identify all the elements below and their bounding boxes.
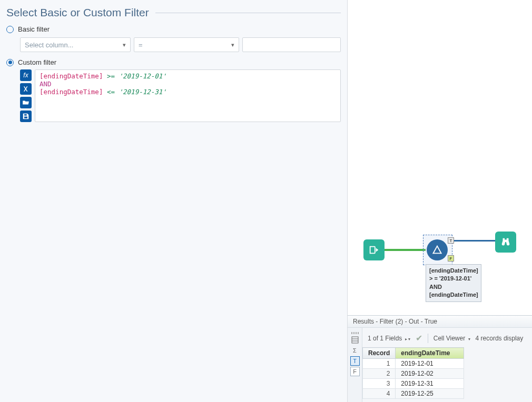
input-tool-node[interactable] xyxy=(363,239,385,260)
basic-filter-radio-row[interactable]: Basic filter xyxy=(6,25,341,33)
value-input[interactable] xyxy=(242,37,341,52)
expression-editor[interactable]: [endingDateTime] >= '2019-12-01' AND [en… xyxy=(35,69,341,122)
cell-viewer-dropdown[interactable]: Cell Viewer ▾ xyxy=(434,335,470,342)
fields-count[interactable]: 1 of 1 Fields ▸▾ xyxy=(368,335,410,342)
input-icon xyxy=(368,244,380,256)
panel-title: Select Basic or Custom Filter xyxy=(6,6,341,19)
config-panel: Select Basic or Custom Filter Basic filt… xyxy=(0,0,348,402)
column-header-record[interactable]: Record xyxy=(363,348,396,359)
basic-filter-label: Basic filter xyxy=(18,25,50,33)
save-button[interactable] xyxy=(20,110,32,122)
true-output-button[interactable]: T xyxy=(350,356,360,366)
false-output-button[interactable]: F xyxy=(350,367,360,376)
chevron-down-icon: ▾ xyxy=(123,42,126,48)
results-table: Record endingDateTime 12019-12-0122019-1… xyxy=(362,347,464,399)
false-anchor[interactable]: F xyxy=(448,255,454,262)
true-anchor[interactable]: T xyxy=(448,237,454,244)
results-side-tools: Σ T F xyxy=(348,328,362,402)
sigma-icon[interactable]: Σ xyxy=(350,346,360,355)
row-number: 3 xyxy=(363,379,396,389)
fx-button[interactable]: fx xyxy=(20,69,32,81)
row-number: 1 xyxy=(363,359,396,369)
cell-ending: 2019-12-25 xyxy=(396,389,464,399)
x-variable-icon xyxy=(22,85,29,93)
records-info: 4 records display xyxy=(476,335,524,342)
cell-ending: 2019-12-31 xyxy=(396,379,464,389)
column-dropdown[interactable]: Select column... ▾ xyxy=(20,37,131,52)
basic-filter-radio[interactable] xyxy=(6,26,14,33)
custom-filter-label: Custom filter xyxy=(18,58,56,66)
table-view-icon[interactable] xyxy=(350,335,360,345)
svg-rect-0 xyxy=(352,337,358,343)
filter-tool-node[interactable] xyxy=(427,239,448,260)
drag-handle-icon[interactable] xyxy=(351,332,359,334)
column-header-ending[interactable]: endingDateTime xyxy=(396,348,464,359)
folder-open-button[interactable] xyxy=(20,97,32,108)
row-number: 4 xyxy=(363,389,396,399)
custom-filter-radio-row[interactable]: Custom filter xyxy=(6,58,341,66)
row-number: 2 xyxy=(363,369,396,379)
cell-ending: 2019-12-02 xyxy=(396,369,464,379)
chevron-down-icon: ▾ xyxy=(231,42,234,48)
right-panel: T F [endingDateTime] > = '2019-12-01' AN… xyxy=(348,0,532,402)
connection-filter-browse xyxy=(454,240,495,242)
operator-dropdown[interactable]: = ▾ xyxy=(134,37,239,52)
table-row[interactable]: 22019-12-02 xyxy=(363,369,464,379)
binoculars-icon xyxy=(500,236,511,248)
filter-tooltip: [endingDateTime] > = '2019-12-01' AND [e… xyxy=(426,264,481,302)
results-toolbar: 1 of 1 Fields ▸▾ ✔ Cell Viewer ▾ 4 recor… xyxy=(362,331,532,345)
filter-icon xyxy=(431,244,443,256)
custom-filter-radio[interactable] xyxy=(6,59,14,66)
results-header: Results - Filter (2) - Out - True xyxy=(348,316,532,328)
check-icon[interactable]: ✔ xyxy=(416,333,422,343)
variable-button[interactable] xyxy=(20,83,32,95)
results-panel: Results - Filter (2) - Out - True Σ T F … xyxy=(348,315,532,402)
browse-tool-node[interactable] xyxy=(495,232,516,253)
cell-ending: 2019-12-01 xyxy=(396,359,464,369)
table-row[interactable]: 42019-12-25 xyxy=(363,389,464,399)
table-row[interactable]: 32019-12-31 xyxy=(363,379,464,389)
workflow-canvas[interactable]: T F [endingDateTime] > = '2019-12-01' AN… xyxy=(348,0,532,315)
connection-input-filter xyxy=(385,249,426,251)
save-icon xyxy=(22,113,29,120)
table-row[interactable]: 12019-12-01 xyxy=(363,359,464,369)
folder-open-icon xyxy=(22,99,29,106)
